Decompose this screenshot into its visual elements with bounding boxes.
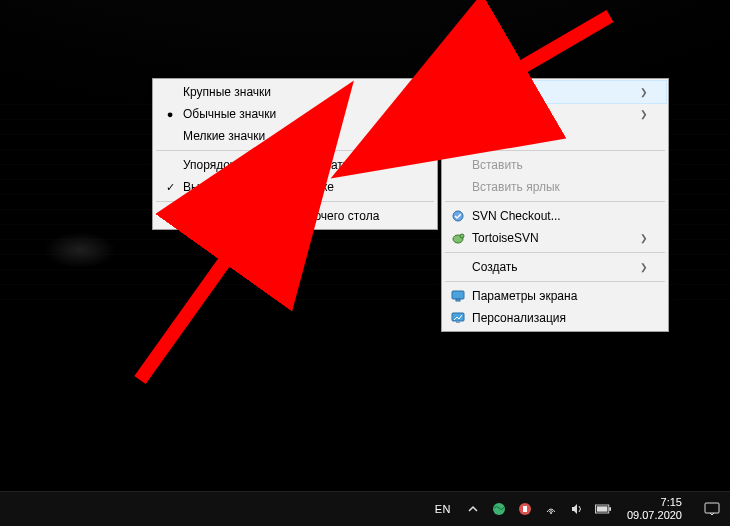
network-icon[interactable]: [543, 501, 559, 517]
taskbar-clock[interactable]: 7:15 09.07.2020: [621, 496, 688, 521]
menu-separator: [445, 281, 665, 282]
chevron-right-icon: ❯: [610, 109, 648, 119]
menu-item-label: SVN Checkout...: [472, 209, 561, 223]
menu-item-label: Обычные значки: [183, 107, 276, 121]
menu-item-small-icons[interactable]: Мелкие значки: [155, 125, 435, 147]
battery-icon[interactable]: [595, 501, 611, 517]
desktop-context-menu: Вид ❯ Сортировка ❯ Обновить Вставить Вст…: [441, 78, 669, 332]
view-submenu: Крупные значки ● Обычные значки Мелкие з…: [152, 78, 438, 230]
menu-item-paste-shortcut: Вставить ярлык: [444, 176, 666, 198]
menu-item-show-desktop-icons[interactable]: ✓ Отображать значки рабочего стола: [155, 205, 435, 227]
tray-app-icon[interactable]: [517, 501, 533, 517]
menu-separator: [156, 201, 434, 202]
language-indicator[interactable]: EN: [431, 503, 455, 515]
svg-rect-4: [456, 299, 460, 301]
menu-item-label: Обновить: [472, 129, 526, 143]
menu-item-label: Мелкие значки: [183, 129, 265, 143]
tray-globe-icon[interactable]: [491, 501, 507, 517]
svn-checkout-icon: [450, 208, 466, 224]
chevron-right-icon: ❯: [610, 233, 648, 243]
svg-rect-5: [452, 313, 464, 321]
menu-item-personalize[interactable]: Персонализация: [444, 307, 666, 329]
check-mark-icon: ✓: [163, 210, 177, 223]
menu-item-label: Создать: [472, 260, 518, 274]
menu-item-label: TortoiseSVN: [472, 231, 539, 245]
menu-item-refresh[interactable]: Обновить: [444, 125, 666, 147]
display-settings-icon: [450, 288, 466, 304]
menu-item-label: Крупные значки: [183, 85, 271, 99]
menu-item-label: Вставить ярлык: [472, 180, 560, 194]
radio-mark-icon: ●: [163, 108, 177, 120]
menu-item-new[interactable]: Создать ❯: [444, 256, 666, 278]
svg-rect-14: [609, 507, 611, 511]
menu-item-auto-arrange[interactable]: Упорядочить значки автоматически: [155, 154, 435, 176]
svg-point-12: [550, 512, 552, 514]
menu-item-label: Выровнять значки по сетке: [183, 180, 334, 194]
svg-rect-3: [452, 291, 464, 299]
chevron-right-icon: ❯: [610, 262, 648, 272]
personalize-icon: [450, 310, 466, 326]
menu-item-large-icons[interactable]: Крупные значки: [155, 81, 435, 103]
action-center-button[interactable]: [698, 492, 726, 526]
menu-separator: [156, 150, 434, 151]
menu-item-label: Вид: [472, 85, 494, 99]
svg-rect-16: [705, 503, 719, 513]
menu-item-svn-checkout[interactable]: SVN Checkout...: [444, 205, 666, 227]
menu-item-label: Отображать значки рабочего стола: [183, 209, 379, 223]
svg-rect-15: [597, 506, 608, 511]
volume-icon[interactable]: [569, 501, 585, 517]
menu-item-medium-icons[interactable]: ● Обычные значки: [155, 103, 435, 125]
menu-item-label: Персонализация: [472, 311, 566, 325]
chevron-right-icon: ❯: [610, 87, 648, 97]
menu-item-display-settings[interactable]: Параметры экрана: [444, 285, 666, 307]
clock-time: 7:15: [627, 496, 682, 509]
menu-separator: [445, 252, 665, 253]
tray-overflow-icon[interactable]: [465, 501, 481, 517]
menu-item-sort[interactable]: Сортировка ❯: [444, 103, 666, 125]
menu-item-view[interactable]: Вид ❯: [444, 81, 666, 103]
menu-item-label: Упорядочить значки автоматически: [183, 158, 380, 172]
svg-rect-6: [456, 321, 460, 323]
menu-item-align-to-grid[interactable]: ✓ Выровнять значки по сетке: [155, 176, 435, 198]
taskbar: EN 7:15 09.07.2020: [0, 491, 730, 526]
system-tray: EN 7:15 09.07.2020: [431, 492, 730, 526]
clock-date: 09.07.2020: [627, 509, 682, 522]
menu-item-label: Параметры экрана: [472, 289, 577, 303]
check-mark-icon: ✓: [163, 181, 177, 194]
tortoisesvn-icon: [450, 230, 466, 246]
menu-item-label: Сортировка: [472, 107, 538, 121]
menu-item-label: Вставить: [472, 158, 523, 172]
svg-point-2: [460, 234, 464, 238]
menu-separator: [445, 201, 665, 202]
menu-item-tortoisesvn[interactable]: TortoiseSVN ❯: [444, 227, 666, 249]
svg-rect-11: [523, 506, 527, 512]
menu-separator: [445, 150, 665, 151]
menu-item-paste: Вставить: [444, 154, 666, 176]
